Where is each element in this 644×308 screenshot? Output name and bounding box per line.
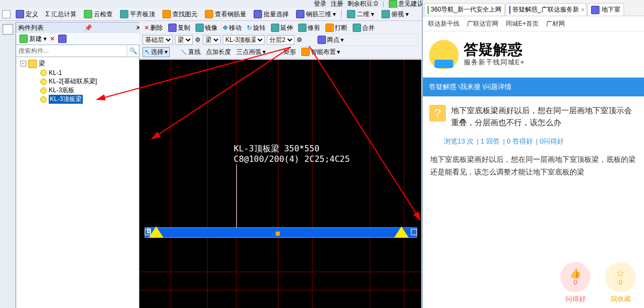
fav-2[interactable]: 广联达官网 (467, 19, 498, 28)
beam-end-marker[interactable] (394, 226, 409, 238)
tab-icon-3 (591, 6, 599, 14)
view-ortho[interactable]: 俯视▾ (379, 9, 411, 19)
leaf-icon (40, 87, 47, 94)
ct-del[interactable]: ✕删除 (143, 24, 165, 32)
batch-icon (254, 10, 262, 18)
tree-leaf[interactable]: KL-1 (16, 68, 139, 77)
line-tool[interactable]: ＼直线 (179, 48, 202, 57)
merge-icon (353, 24, 361, 32)
new-icon (19, 35, 28, 43)
vote-up-button[interactable]: 👍0 (560, 262, 591, 292)
beam-label-b: B (147, 227, 151, 235)
leader-line (236, 164, 237, 227)
find-icon (162, 10, 171, 18)
site-brand: 答疑解惑 服务新干线同城E+ (423, 31, 644, 78)
app-menu-icon[interactable] (2, 10, 10, 18)
expand-icon[interactable]: − (20, 61, 26, 67)
component-tree[interactable]: − 梁 KL-1KL-2[基础联系梁]KL-3底板KL-3顶板梁 (16, 57, 139, 308)
beam-end-grip[interactable] (411, 229, 417, 235)
select-tool[interactable]: ↖选择▾ (143, 47, 170, 57)
breadcrumb[interactable]: 答疑解惑 \我来搜 \问题详情 (423, 78, 644, 96)
beam-mid-grip[interactable] (276, 232, 280, 236)
layer-cfg-icon[interactable]: ⚙ (297, 36, 302, 43)
tb-cloud-check[interactable]: 云检查 (82, 9, 115, 19)
tab-basement[interactable]: 地下室 (587, 3, 624, 16)
rebar3d-icon (296, 10, 304, 18)
tab-faq[interactable]: 答疑解惑_广联达服务新× (506, 3, 586, 16)
twopoint-icon (318, 36, 326, 44)
tab-close-icon[interactable]: × (504, 6, 505, 14)
tree-leaf[interactable]: KL-3底板 (16, 86, 139, 95)
tree-root[interactable]: − 梁 (16, 59, 139, 68)
integral-label: 剩余积豆:0 (347, 0, 378, 8)
browser-tabs: 360导航_新一代安全上网× 答疑解惑_广联达服务新× 地下室 (423, 0, 644, 16)
search-button[interactable]: 🔍 (127, 45, 139, 57)
ct-extend[interactable]: 延伸 (269, 24, 294, 32)
beam-element[interactable] (145, 227, 417, 238)
drawing-canvas[interactable]: KL-3顶板梁 350*550 C8@100/200(4) 2C25;4C25 … (139, 60, 421, 308)
fav-3[interactable]: 同城E+首页 (506, 19, 539, 28)
tab-360[interactable]: 360导航_新一代安全上网× (424, 3, 505, 16)
copy-tree-icon[interactable] (58, 35, 67, 43)
arc3-tool[interactable]: 三点画弧▾ (235, 48, 267, 57)
new-button[interactable]: 新建 ▾ (19, 35, 47, 43)
cat-cfg-icon[interactable]: ⚙ (195, 36, 201, 43)
favorite-button[interactable]: ☆0 (605, 262, 636, 292)
leftstrip-btn-1[interactable] (3, 24, 13, 35)
ortho-icon (381, 10, 390, 18)
tab-close-icon[interactable]: × (581, 6, 585, 14)
trim-icon (298, 24, 307, 32)
bookmark-bar: 联达新干线 广联达官网 同城E+首页 广材网 (423, 16, 644, 31)
flush-icon (120, 10, 128, 18)
tab-icon-faq (509, 6, 510, 14)
tb-define[interactable]: 定义 (14, 9, 40, 19)
member-select[interactable]: KL-3顶板梁 (223, 35, 265, 45)
view-2d[interactable]: 二维▾ (345, 9, 376, 19)
fav-4[interactable]: 广材网 (546, 19, 565, 28)
vote-up-label: 问得好 (560, 294, 591, 304)
ct-merge[interactable]: 合并 (351, 24, 376, 32)
layer-select[interactable]: 分层2 (267, 35, 294, 45)
tb-rebar-qty[interactable]: 查看钢筋量 (203, 9, 248, 19)
tree-leaf[interactable]: KL-3顶板梁 (16, 95, 139, 104)
rebar-icon (205, 10, 213, 18)
tree-leaf[interactable]: KL-2[基础联系梁] (16, 77, 139, 86)
ct-rotate[interactable]: ↻旋转 (245, 24, 267, 32)
login-link[interactable]: 登录 (314, 0, 326, 8)
rect-tool[interactable]: 矩形 (282, 48, 298, 57)
canvas-toolbar: ✕删除 复制 镜像 ✥移动 ↻旋转 延伸 修剪 打断 合并 基础层 梁 ⚙ 梁 … (139, 22, 421, 59)
draw-mode[interactable]: 两点▾ (316, 36, 345, 45)
cloud-icon (84, 10, 92, 18)
beam-dim-line1: KL-3顶板梁 350*550 (234, 144, 320, 154)
feedback-link[interactable]: 意见建议 (389, 0, 423, 8)
tb-batch-select[interactable]: 批量选择 (252, 9, 291, 19)
delete-tree-icon[interactable]: ✕ (50, 35, 55, 42)
question-body: 地下室底板梁画好以后，想在同一层画地下室顶板梁，底板的梁还是能看见，该怎么调整才… (423, 151, 644, 181)
tb-rebar-3d[interactable]: 钢筋三维▾ (294, 9, 338, 19)
addlen-tool[interactable]: 点加长度 (204, 48, 233, 57)
cat-select[interactable]: 梁 (175, 35, 193, 45)
register-link[interactable]: 注册 (331, 0, 343, 8)
question-stats: 浏览13 次| 1 回答| 0 答得好| 0问得好 (423, 137, 644, 151)
fav-1[interactable]: 联达新干线 (428, 19, 460, 28)
tb-flush-top[interactable]: 平齐板顶 (118, 9, 157, 19)
tb-sum[interactable]: Σ 汇总计算 (43, 9, 79, 19)
sub-select[interactable]: 梁 (203, 35, 221, 45)
feedback-icon (389, 0, 397, 8)
mascot-icon (429, 40, 459, 69)
ct-trim[interactable]: 修剪 (297, 24, 322, 32)
view2d-icon (347, 10, 355, 18)
tb-find[interactable]: 查找图元 (160, 9, 200, 19)
question-title: 地下室底板梁画好以后，想在同一层画地下室顶示会重叠，分层画也不行，该怎么办 (451, 105, 639, 128)
floor-select[interactable]: 基础层 (143, 35, 173, 45)
smart-tool[interactable]: 智能布置▾ (300, 48, 342, 57)
ct-copy[interactable]: 复制 (167, 24, 192, 32)
favorite-label: 我收藏 (605, 294, 636, 304)
search-input[interactable] (16, 45, 127, 57)
ct-move[interactable]: ✥移动 (221, 24, 243, 32)
tab-icon-360 (428, 6, 429, 14)
ct-break[interactable]: 打断 (324, 24, 349, 32)
ct-mirror[interactable]: 镜像 (194, 24, 219, 32)
panel-pin-icon[interactable]: 📌 (84, 24, 92, 31)
copy-icon (58, 35, 67, 43)
